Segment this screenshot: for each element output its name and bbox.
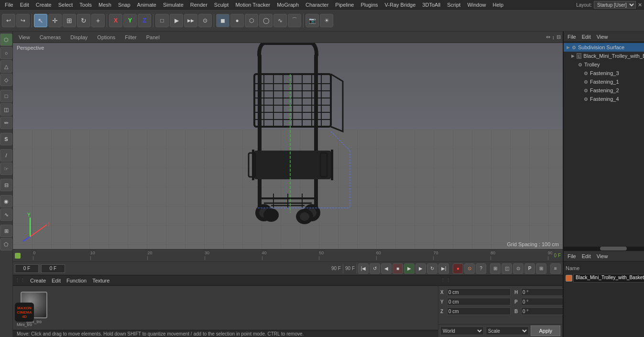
mat-create-btn[interactable]: Create — [27, 275, 49, 286]
menu-item-plugins[interactable]: Plugins — [358, 0, 381, 10]
vp-icon-1[interactable]: ⇔ — [546, 34, 550, 40]
browser-edit-btn[interactable]: Edit — [580, 32, 593, 42]
menu-item-simulate[interactable]: Simulate — [160, 0, 186, 10]
timeline-ruler[interactable]: 0102030405060708090 — [22, 250, 552, 262]
browser-scrollbar[interactable] — [564, 247, 644, 250]
menu-item-vraybridge[interactable]: V-Ray Bridge — [382, 0, 419, 10]
vp-icon-3[interactable]: ⊟ — [557, 34, 561, 40]
sidebar-scene-btn[interactable]: ◫ — [0, 103, 12, 116]
attr-file-btn[interactable]: File — [566, 251, 578, 261]
play-back-btn[interactable]: ↺ — [370, 263, 380, 274]
tree-item-6[interactable]: ⚙Fastening_4 — [564, 95, 644, 103]
onion-btn[interactable]: ⊙ — [513, 263, 524, 274]
rotate-tool[interactable]: ↻ — [77, 14, 90, 27]
tree-item-2[interactable]: ⚙Trolley — [564, 60, 644, 69]
menu-item-render[interactable]: Render — [187, 0, 210, 10]
motion-clip-btn[interactable]: ? — [476, 263, 486, 274]
sidebar-magnet-btn[interactable]: ∿ — [0, 208, 12, 221]
p-btn[interactable]: P — [524, 263, 535, 274]
menu-item-select[interactable]: Select — [55, 0, 76, 10]
render-frame-btn[interactable]: ▶ — [170, 14, 183, 27]
obj-cylinder-btn[interactable]: ⬡ — [245, 14, 258, 27]
obj-cube-btn[interactable]: ◼ — [216, 14, 229, 27]
menu-item-edit[interactable]: Edit — [17, 0, 32, 10]
sidebar-brush-btn[interactable]: ◉ — [0, 195, 12, 207]
sidebar-uvw-btn[interactable]: ⬠ — [0, 238, 12, 250]
world-select[interactable]: World — [440, 326, 484, 335]
sidebar-mesh-btn[interactable]: ⬡ — [0, 33, 12, 46]
menu-item-script[interactable]: Script — [444, 0, 463, 10]
sidebar-grid-btn[interactable]: ⊞ — [0, 225, 12, 237]
menu-item-sculpt[interactable]: Sculpt — [211, 0, 232, 10]
scale-tool[interactable]: ⊞ — [63, 14, 76, 27]
mat-function-btn[interactable]: Function — [64, 275, 89, 286]
mat-edit-btn[interactable]: Edit — [49, 275, 64, 286]
add-tool[interactable]: + — [91, 14, 105, 27]
menu-item-snap[interactable]: Snap — [115, 0, 133, 10]
tree-item-3[interactable]: ⚙Fastening_3 — [564, 69, 644, 77]
prev-frame-btn[interactable]: ◀ — [381, 263, 392, 274]
sidebar-poly-btn[interactable]: ○ — [0, 47, 12, 59]
y-constraint[interactable]: Y — [123, 14, 137, 27]
light-btn[interactable]: ☀ — [320, 14, 333, 27]
tree-item-0[interactable]: ▶⚙Subdivision Surface — [564, 43, 644, 52]
menu-item-character[interactable]: Character — [303, 0, 331, 10]
next-frame-btn[interactable]: ▶ — [415, 263, 426, 274]
sidebar-obj-btn[interactable]: □ — [0, 90, 12, 102]
browser-view-btn[interactable]: View — [595, 32, 610, 42]
timeline-btn[interactable]: ≡ — [550, 263, 561, 274]
y-input[interactable] — [447, 298, 511, 305]
tab-panel[interactable]: Panel — [142, 33, 164, 42]
sidebar-edge-btn[interactable]: △ — [0, 60, 12, 73]
spline-btn[interactable]: ∿ — [273, 14, 287, 27]
layout-select[interactable]: Startup [User] — [594, 1, 636, 9]
tree-item-5[interactable]: ⚙Fastening_2 — [564, 86, 644, 95]
sidebar-pen-btn[interactable]: ✏ — [0, 117, 12, 129]
play-btn[interactable]: ▶ — [404, 263, 415, 274]
auto-key-btn[interactable]: ⊙ — [464, 263, 475, 274]
apply-button[interactable]: Apply — [531, 326, 560, 336]
timeline[interactable]: 0102030405060708090 0 F — [13, 249, 563, 261]
tab-options[interactable]: Options — [93, 33, 119, 42]
sidebar-grab-btn[interactable]: ☞ — [0, 163, 12, 175]
start-frame-input[interactable] — [15, 264, 39, 273]
goto-start-btn[interactable]: |◀ — [358, 263, 369, 274]
move-tool[interactable]: ✛ — [48, 14, 62, 27]
sidebar-subdiv-btn[interactable]: ⊟ — [0, 179, 12, 191]
menu-item-motiontracker[interactable]: Motion Tracker — [232, 0, 273, 10]
tree-item-4[interactable]: ⚙Fastening_1 — [564, 77, 644, 86]
undo-button[interactable]: ↩ — [2, 14, 15, 27]
tree-item-1[interactable]: ▶LBlack_Mini_Trolley_with_Basket_... — [564, 52, 644, 60]
redo-button[interactable]: ↪ — [16, 14, 30, 27]
z-constraint[interactable]: Z — [138, 14, 151, 27]
sidebar-s-btn[interactable]: S — [0, 133, 12, 145]
x-constraint[interactable]: X — [109, 14, 122, 27]
3d-viewport[interactable]: Perspective Grid Spacing : 100 cm — [13, 43, 563, 249]
render-region-btn[interactable]: □ — [155, 14, 169, 27]
menu-item-file[interactable]: File — [2, 0, 16, 10]
record-btn[interactable]: ● — [453, 263, 463, 274]
obj-sphere-btn[interactable]: ● — [230, 14, 244, 27]
current-frame-input[interactable] — [41, 264, 65, 273]
attr-view-btn[interactable]: View — [595, 251, 610, 261]
menu-item-help[interactable]: Help — [490, 0, 507, 10]
play-forward-btn[interactable]: ↻ — [427, 263, 437, 274]
solo-btn[interactable]: ◫ — [502, 263, 512, 274]
tab-display[interactable]: Display — [66, 33, 91, 42]
browser-file-btn[interactable]: File — [566, 32, 578, 42]
nurbs-btn[interactable]: ⌒ — [288, 14, 301, 27]
tab-filter[interactable]: Filter — [121, 33, 140, 42]
obj-torus-btn[interactable]: ◯ — [259, 14, 273, 27]
sidebar-point-btn[interactable]: ◇ — [0, 74, 12, 86]
select-tool[interactable]: ↖ — [34, 14, 47, 27]
snap-btn[interactable]: ⊞ — [490, 263, 501, 274]
mat-texture-btn[interactable]: Texture — [89, 275, 112, 286]
menu-item-3dtoall[interactable]: 3DToAll — [419, 0, 443, 10]
tab-view[interactable]: View — [15, 33, 34, 42]
close-btn[interactable]: ✕ — [638, 2, 642, 8]
menu-item-create[interactable]: Create — [33, 0, 55, 10]
attr-edit-btn[interactable]: Edit — [580, 251, 593, 261]
x-input[interactable] — [447, 288, 511, 296]
render-view-btn[interactable]: ⊙ — [198, 14, 212, 27]
vp-icon-2[interactable]: ↕ — [552, 34, 555, 40]
